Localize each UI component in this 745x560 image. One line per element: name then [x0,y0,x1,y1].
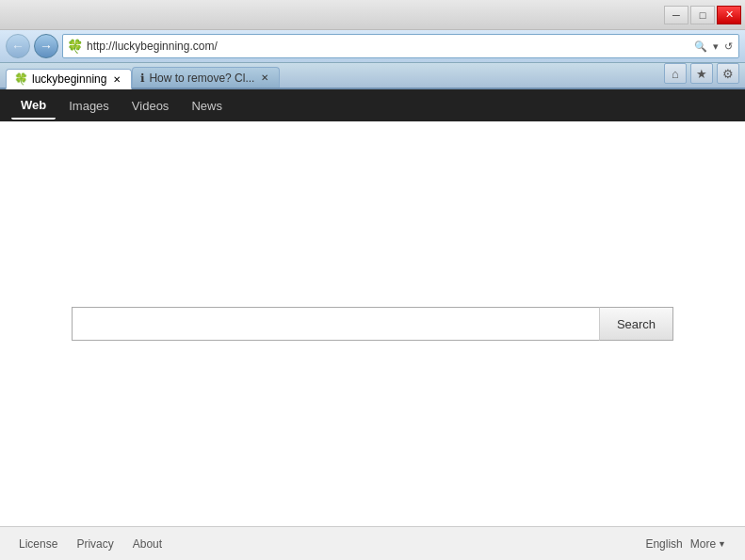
maximize-button[interactable]: □ [690,6,715,24]
footer: License Privacy About English More ▼ [0,526,745,560]
footer-more-label: More [690,537,716,551]
footer-privacy-link[interactable]: Privacy [76,537,113,551]
main-content: Search [0,121,745,526]
footer-more[interactable]: More ▼ [690,537,726,551]
title-bar-buttons: ─ □ ✕ [662,6,741,24]
footer-license-link[interactable]: License [19,537,57,551]
tab-label-1: luckybeginning [32,72,106,86]
close-button[interactable]: ✕ [717,6,741,24]
tab-howtoremove[interactable]: ℹ How to remove? Cl... ✕ [132,67,280,88]
tabs-bar: 🍀 luckybeginning ✕ ℹ How to remove? Cl..… [0,63,745,89]
forward-button[interactable]: → [34,34,58,58]
tab-close-2[interactable]: ✕ [258,72,271,85]
footer-links: License Privacy About [19,537,162,551]
back-button[interactable]: ← [6,34,30,58]
footer-dropdown-icon: ▼ [718,539,726,549]
tab-favicon-2: ℹ [140,72,145,85]
search-address-icon[interactable]: 🔍 [692,39,709,55]
address-icons: 🔍 ▾ ↺ [692,39,735,55]
refresh-icon[interactable]: ↺ [722,39,735,55]
footer-about-link[interactable]: About [133,537,162,551]
search-input[interactable] [72,307,599,341]
nav-item-images[interactable]: Images [59,93,119,119]
home-button[interactable]: ⌂ [664,63,687,84]
search-area: Search [72,307,673,341]
nav-bar: Web Images Videos News [0,89,745,121]
settings-button[interactable]: ⚙ [717,63,739,84]
address-input[interactable] [87,40,688,53]
browser-window: ─ □ ✕ ← → 🍀 🔍 ▾ ↺ 🍀 luckybeginning ✕ ℹ H… [0,0,745,560]
address-favicon: 🍀 [67,39,83,54]
address-bar: 🍀 🔍 ▾ ↺ [62,34,739,58]
tab-favicon-1: 🍀 [14,72,28,86]
tab-label-2: How to remove? Cl... [149,72,254,85]
footer-language[interactable]: English [645,537,682,551]
nav-item-web[interactable]: Web [11,92,56,120]
nav-item-news[interactable]: News [182,93,232,119]
browser-action-buttons: ⌂ ★ ⚙ [664,63,739,84]
minimize-button[interactable]: ─ [664,6,688,24]
nav-item-videos[interactable]: Videos [122,93,179,119]
tab-close-1[interactable]: ✕ [110,72,123,86]
tab-luckybeginning[interactable]: 🍀 luckybeginning ✕ [6,69,132,89]
favorites-button[interactable]: ★ [690,63,713,84]
dropdown-address-icon[interactable]: ▾ [711,39,721,55]
title-bar: ─ □ ✕ [0,0,745,30]
footer-right: English More ▼ [645,537,726,551]
search-button[interactable]: Search [599,307,673,341]
browser-chrome: ← → 🍀 🔍 ▾ ↺ [0,30,745,63]
